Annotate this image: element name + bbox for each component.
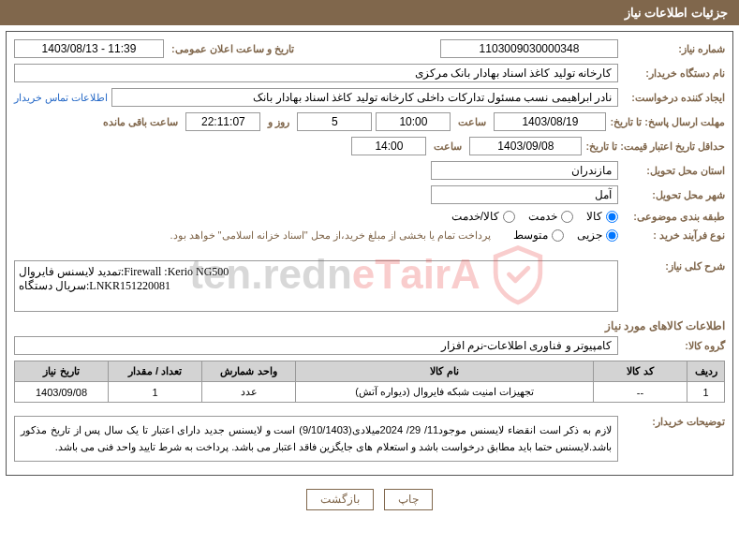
buyer-contact-link[interactable]: اطلاعات تماس خریدار — [14, 92, 108, 104]
creator-label: ایجاد کننده درخواست: — [622, 92, 725, 104]
buyer-notes-text: لازم به ذکر است انقضاء لایسنس موجود11/ 2… — [14, 416, 618, 462]
buyer-notes-label: توضیحات خریدار: — [622, 416, 725, 428]
th-row: ردیف — [687, 361, 725, 382]
min-valid-date: 1403/09/08 — [469, 137, 582, 155]
page-title: جزئیات اطلاعات نیاز — [625, 6, 728, 20]
summary-textarea[interactable] — [14, 260, 618, 312]
page-header: جزئیات اطلاعات نیاز — [0, 0, 739, 25]
th-qty: تعداد / مقدار — [109, 361, 202, 382]
creator-value: نادر ابراهیمی نسب مسئول تدارکات داخلی کا… — [111, 88, 618, 107]
button-row: چاپ بازگشت — [0, 481, 739, 518]
clock-remaining: 22:11:07 — [185, 112, 260, 131]
radio-goods-service[interactable]: کالا/خدمت — [451, 210, 515, 223]
th-unit: واحد شمارش — [202, 361, 296, 382]
back-button[interactable]: بازگشت — [306, 489, 374, 510]
city-value: آمل — [431, 185, 618, 204]
min-valid-time-label: ساعت — [430, 140, 466, 153]
respond-time: 10:00 — [376, 112, 451, 131]
category-label: طبقه بندی موضوعی: — [622, 211, 725, 223]
goods-table: ردیف کد کالا نام کالا واحد شمارش تعداد /… — [14, 361, 725, 403]
buyer-org-label: نام دستگاه خریدار: — [622, 67, 725, 80]
remain-suffix: ساعت باقی مانده — [99, 116, 182, 128]
purchase-type-label: نوع فرآیند خرید : — [622, 229, 725, 242]
respond-deadline-label: مهلت ارسال پاسخ: تا تاریخ: — [610, 116, 725, 128]
city-label: شهر محل تحویل: — [622, 189, 725, 201]
province-label: استان محل تحویل: — [622, 165, 725, 177]
radio-service-input[interactable] — [561, 211, 573, 223]
radio-service[interactable]: خدمت — [528, 210, 573, 223]
th-code: کد کالا — [594, 361, 687, 382]
table-header-row: ردیف کد کالا نام کالا واحد شمارش تعداد /… — [15, 361, 725, 382]
respond-date: 1403/08/19 — [494, 112, 606, 131]
days-remaining: 5 — [297, 112, 372, 131]
cell-need-date: 1403/09/08 — [15, 382, 109, 403]
radio-medium[interactable]: متوسط — [513, 228, 564, 242]
need-number-label: شماره نیاز: — [622, 43, 725, 55]
cell-code: -- — [594, 382, 687, 403]
days-between-label: روز و — [264, 116, 293, 128]
buyer-org-value: کارخانه تولید کاغذ اسناد بهادار بانک مرک… — [14, 64, 618, 82]
th-need-date: تاریخ نیاز — [15, 361, 109, 382]
province-value: مازندران — [431, 161, 618, 180]
respond-time-label: ساعت — [454, 116, 490, 128]
main-fieldset: AriaTender.net شماره نیاز: 1103009030000… — [6, 31, 733, 476]
min-valid-label: حداقل تاریخ اعتبار قیمت: تا تاریخ: — [585, 140, 725, 153]
announce-datetime-value: 1403/08/13 - 11:39 — [14, 39, 164, 58]
cell-unit: عدد — [202, 382, 296, 403]
radio-medium-input[interactable] — [552, 229, 564, 242]
min-valid-time: 14:00 — [351, 137, 426, 155]
goods-info-title: اطلاعات کالاهای مورد نیاز — [14, 319, 725, 332]
table-row: 1 -- تجهیزات امنیت شبکه فایروال (دیواره … — [15, 382, 725, 403]
need-number-value: 1103009030000348 — [440, 39, 618, 58]
cell-qty: 1 — [109, 382, 202, 403]
goods-group-label: گروه کالا: — [622, 340, 725, 352]
radio-partial-input[interactable] — [606, 229, 618, 242]
announce-datetime-label: تاریخ و ساعت اعلان عمومی: — [168, 43, 298, 55]
print-button[interactable]: چاپ — [384, 489, 433, 510]
goods-group-value: کامپیوتر و فناوری اطلاعات-نرم افزار — [14, 336, 618, 355]
radio-goods[interactable]: کالا — [586, 210, 618, 223]
cell-row: 1 — [687, 382, 725, 403]
summary-label: شرح کلی نیاز: — [622, 260, 725, 273]
th-name: نام کالا — [296, 361, 594, 382]
radio-goods-input[interactable] — [606, 211, 618, 223]
cell-name: تجهیزات امنیت شبکه فایروال (دیواره آتش) — [296, 382, 594, 403]
payment-note: پرداخت تمام یا بخشی از مبلغ خرید،از محل … — [170, 229, 491, 242]
radio-goods-service-input[interactable] — [503, 211, 515, 223]
radio-partial[interactable]: جزیی — [577, 228, 618, 242]
